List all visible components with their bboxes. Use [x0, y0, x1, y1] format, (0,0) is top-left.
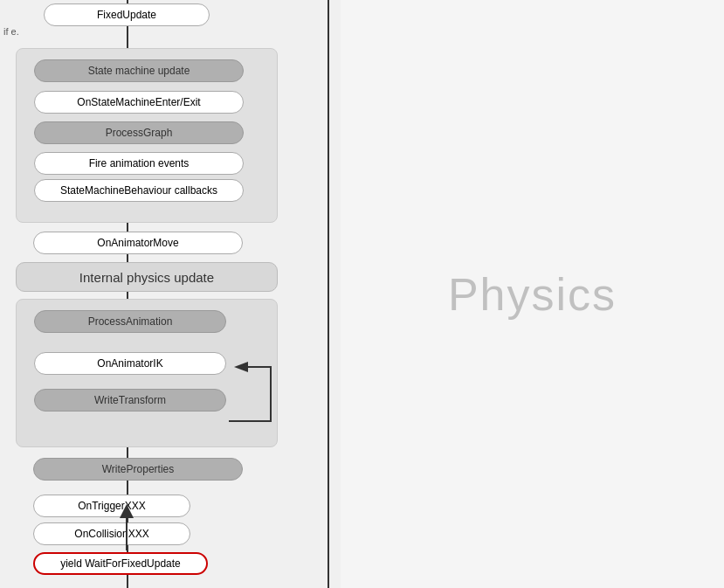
main-container: if e. FixedUpdate State machine update O… — [0, 0, 724, 588]
yield-wait-for-fixed-update-node: yield WaitForFixedUpdate — [33, 552, 208, 575]
on-trigger-xxx-node: OnTriggerXXX — [33, 495, 190, 517]
physics-label: Physics — [448, 268, 617, 321]
on-collision-xxx-node: OnCollisionXXX — [33, 522, 190, 545]
right-panel: Physics — [341, 0, 724, 588]
svg-marker-1 — [120, 504, 134, 518]
on-animator-ik-node: OnAnimatorIK — [34, 352, 226, 375]
state-machine-section-group: State machine update OnStateMachineEnter… — [16, 48, 278, 223]
process-animation-section-group: ProcessAnimation OnAnimatorIK WriteTrans… — [16, 299, 278, 447]
write-properties-node: WriteProperties — [33, 458, 243, 481]
timeline-up-arrow — [114, 502, 140, 555]
if-label: if e. — [3, 26, 19, 37]
fixed-update-node: FixedUpdate — [44, 3, 210, 26]
process-animation-node: ProcessAnimation — [34, 310, 226, 333]
state-machine-update-node: State machine update — [34, 59, 244, 82]
internal-physics-update-node: Internal physics update — [16, 262, 278, 292]
timeline-line-right — [328, 0, 329, 588]
state-machine-behaviour-callbacks-node: StateMachineBehaviour callbacks — [34, 179, 244, 202]
left-panel: if e. FixedUpdate State machine update O… — [0, 0, 341, 588]
fire-animation-events-node: Fire animation events — [34, 152, 244, 175]
on-state-machine-enter-exit-node: OnStateMachineEnter/Exit — [34, 91, 244, 114]
process-graph-node: ProcessGraph — [34, 121, 244, 144]
write-transform-node: WriteTransform — [34, 389, 226, 412]
on-animator-move-node: OnAnimatorMove — [33, 232, 243, 254]
